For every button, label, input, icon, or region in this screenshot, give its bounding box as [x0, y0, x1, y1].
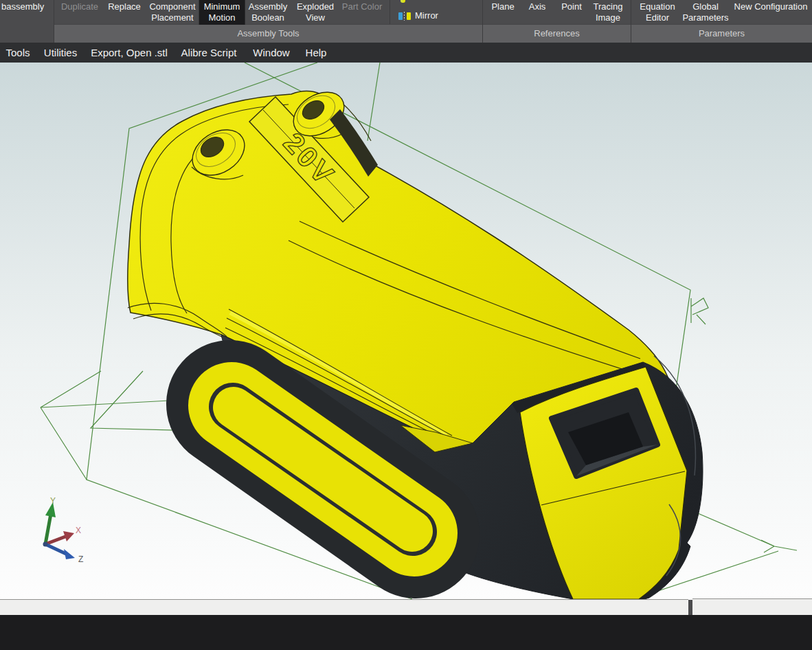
- ribbon-button-global-parameters[interactable]: GlobalParameters: [682, 1, 728, 23]
- ribbon-button-edit-subassembly[interactable]: bassembly: [1, 1, 44, 12]
- mirror-icon: [398, 12, 411, 21]
- ribbon-button-label: Plane: [491, 1, 514, 12]
- ribbon-button-label: Image: [594, 12, 623, 23]
- ribbon-button-label: Equation: [640, 1, 675, 12]
- taskbar: [0, 615, 812, 650]
- ribbon-button-plane[interactable]: Plane: [491, 1, 514, 12]
- ribbon-button-duplicate: Duplicate: [61, 1, 98, 12]
- ribbon-button-label: Tracing: [594, 1, 623, 12]
- ribbon-group-parameters: Parameters: [631, 24, 812, 43]
- menu-item-window[interactable]: Window: [253, 43, 289, 63]
- status-strip-left[interactable]: [0, 599, 688, 615]
- ribbon-group-assembly-tools: Assembly Tools: [54, 24, 482, 43]
- z-axis-label: Z: [78, 554, 83, 564]
- viewport-3d[interactable]: 20V: [0, 63, 812, 600]
- ribbon-button-label: Global: [682, 1, 728, 12]
- ribbon-button-label: Minimum: [204, 1, 240, 12]
- ribbon-button-mirror[interactable]: Mirror: [398, 10, 438, 21]
- ribbon-button-label: Motion: [204, 12, 240, 23]
- pattern-icon[interactable]: [401, 0, 405, 3]
- ribbon-button-point[interactable]: Point: [561, 1, 582, 12]
- y-axis-label: Y: [50, 496, 56, 506]
- menu-item-help[interactable]: Help: [306, 43, 327, 63]
- ribbon-button-label: Point: [561, 1, 582, 12]
- ribbon-button-label: Placement: [149, 12, 195, 23]
- ribbon-button-component-placement[interactable]: ComponentPlacement: [149, 1, 195, 23]
- ribbon-button-label: Axis: [529, 1, 546, 12]
- ribbon-button-label: Editor: [640, 12, 675, 23]
- ribbon-button-equation-editor[interactable]: EquationEditor: [640, 1, 675, 23]
- menu-item-export-open-stl[interactable]: Export, Open .stl: [91, 43, 168, 63]
- triad-origin: [43, 542, 48, 547]
- app-window: Assembly Tools References Parameters bas…: [0, 0, 812, 650]
- x-axis-label: X: [76, 526, 81, 535]
- menu-item-utilities[interactable]: Utilities: [44, 43, 77, 63]
- ribbon-button-tracing-image[interactable]: TracingImage: [594, 1, 623, 23]
- model-canvas[interactable]: 20V: [0, 63, 812, 600]
- ribbon-button-exploded-view[interactable]: ExplodedView: [297, 1, 334, 23]
- ribbon-button-label: Replace: [108, 1, 141, 12]
- ribbon-button-label: Exploded: [297, 1, 334, 12]
- ribbon-toolbar: Assembly Tools References Parameters bas…: [0, 0, 812, 43]
- ribbon-button-label: Component: [149, 1, 195, 12]
- ribbon-button-label: View: [297, 12, 334, 23]
- status-strip-right[interactable]: [692, 598, 812, 615]
- ribbon-button-minimum-motion[interactable]: MinimumMotion: [199, 0, 245, 25]
- ribbon-button-new-configuration[interactable]: New Configuration: [734, 1, 808, 12]
- ribbon-button-label: Duplicate: [61, 1, 98, 12]
- ribbon-button-label: Part Color: [342, 1, 383, 12]
- menu-item-tools[interactable]: Tools: [5, 43, 30, 63]
- ribbon-button-axis[interactable]: Axis: [529, 1, 546, 12]
- ribbon-button-label: Boolean: [249, 12, 287, 23]
- ribbon-button-assembly-boolean[interactable]: AssemblyBoolean: [249, 1, 287, 23]
- ribbon-group-references: References: [483, 24, 631, 43]
- ribbon-button-label: New Configuration: [734, 1, 808, 12]
- menu-bar: ToolsUtilitiesExport, Open .stlAlibre Sc…: [0, 43, 812, 63]
- ribbon-button-label: Mirror: [415, 10, 438, 21]
- ribbon-button-label: Assembly: [249, 1, 287, 12]
- menu-item-alibre-script[interactable]: Alibre Script: [181, 43, 237, 63]
- ribbon-separator: [390, 0, 390, 24]
- ribbon-button-part-color: Part Color: [342, 1, 383, 12]
- ribbon-button-label: Parameters: [682, 12, 728, 23]
- ribbon-button-replace[interactable]: Replace: [108, 1, 141, 12]
- ribbon-button-label: bassembly: [1, 1, 44, 12]
